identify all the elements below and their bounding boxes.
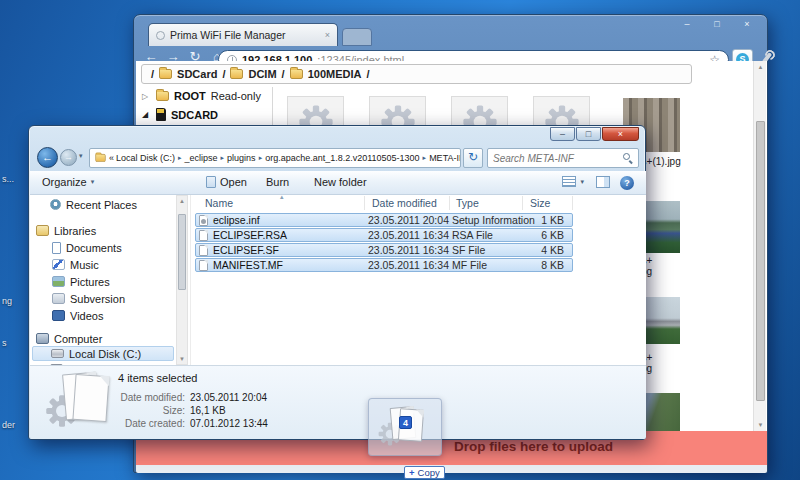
file-row-eclipse-inf[interactable]: eclipse.inf 23.05.2011 20:04 Setup Infor… bbox=[195, 213, 573, 227]
desktop-icon-label[interactable]: s... bbox=[2, 174, 14, 184]
back-button[interactable]: ← bbox=[37, 147, 58, 168]
open-button[interactable]: Open bbox=[206, 176, 247, 188]
browser-window-controls: – □ × bbox=[675, 18, 759, 32]
scrollbar-thumb[interactable] bbox=[756, 121, 765, 401]
file-row-eclipsef-sf[interactable]: ECLIPSEF.SF 23.05.2011 16:34 SF File 4 K… bbox=[195, 243, 573, 257]
address-prefix: « bbox=[109, 153, 114, 163]
sidebar-item-videos[interactable]: Videos bbox=[52, 308, 103, 323]
help-button[interactable]: ? bbox=[620, 176, 634, 190]
minimize-button[interactable]: – bbox=[550, 127, 575, 141]
sidebar-item-subversion[interactable]: Subversion bbox=[52, 291, 125, 306]
sidebar-scrollbar[interactable]: ▲ ▼ bbox=[176, 195, 188, 365]
sidebar-item-music[interactable]: Music bbox=[52, 257, 99, 272]
detail-field: Date created: 07.01.2012 13:44 bbox=[90, 418, 268, 429]
file-size: 8 KB bbox=[541, 259, 564, 271]
sidebar-item-pictures[interactable]: Pictures bbox=[52, 274, 110, 289]
detail-value: 16,1 KB bbox=[190, 405, 226, 416]
sidebar-item-documents[interactable]: Documents bbox=[52, 240, 122, 255]
breadcrumb-item-dcim[interactable]: DCIM bbox=[248, 68, 276, 80]
file-size: 4 KB bbox=[541, 244, 564, 256]
desktop-icon-label[interactable]: s bbox=[2, 338, 7, 348]
open-file-icon bbox=[206, 176, 216, 188]
column-divider[interactable] bbox=[449, 196, 450, 210]
plus-icon: + bbox=[409, 467, 415, 478]
tree-item-label: SDCARD bbox=[171, 109, 218, 121]
column-header-name[interactable]: Name bbox=[205, 197, 233, 209]
subversion-icon bbox=[52, 293, 65, 304]
expander-icon[interactable]: ◢ bbox=[142, 110, 151, 119]
chevron-right-icon[interactable]: ▸ bbox=[220, 154, 226, 162]
sidebar-item-libraries[interactable]: Libraries bbox=[36, 223, 96, 238]
organize-label: Organize bbox=[42, 176, 87, 188]
disk-drive-icon bbox=[51, 349, 64, 358]
music-icon bbox=[52, 259, 65, 270]
sidebar-item-recent-places[interactable]: Recent Places bbox=[50, 197, 137, 212]
tab-title: Prima WiFi File Manager bbox=[170, 29, 320, 41]
address-segment[interactable]: _eclipse bbox=[185, 153, 218, 163]
new-folder-button[interactable]: New folder bbox=[314, 176, 367, 188]
scroll-up-icon[interactable]: ▲ bbox=[754, 64, 767, 70]
column-header-date-modified[interactable]: Date modified bbox=[372, 197, 437, 209]
recent-pages-dropdown-icon[interactable]: ▾ bbox=[79, 152, 83, 160]
views-button[interactable]: ▾ bbox=[562, 176, 584, 187]
close-button[interactable]: × bbox=[735, 18, 759, 32]
file-date: 23.05.2011 20:04 bbox=[368, 214, 449, 226]
preview-pane-button[interactable] bbox=[596, 176, 610, 188]
column-header-type[interactable]: Type bbox=[456, 197, 479, 209]
sidebar-item-computer[interactable]: Computer bbox=[36, 331, 102, 346]
sidebar-item-label: Local Disk (C:) bbox=[69, 348, 141, 360]
drag-ghost[interactable]: 4 bbox=[368, 398, 442, 456]
column-header-size[interactable]: Size bbox=[530, 197, 550, 209]
address-segment[interactable]: META-INF bbox=[429, 153, 461, 163]
browser-tab[interactable]: Prima WiFi File Manager × bbox=[148, 23, 338, 46]
file-type: Setup Information bbox=[452, 214, 535, 226]
detail-label: Date created: bbox=[90, 418, 185, 429]
organize-button[interactable]: Organize ▾ bbox=[42, 176, 94, 188]
search-box[interactable] bbox=[487, 148, 639, 168]
burn-button[interactable]: Burn bbox=[266, 176, 289, 188]
tree-item-root[interactable]: ▷ ROOT Read-only bbox=[142, 90, 261, 102]
desktop-icon-label[interactable]: der bbox=[2, 420, 15, 430]
scroll-down-icon[interactable]: ▼ bbox=[754, 422, 767, 428]
scrollbar-thumb[interactable] bbox=[178, 214, 186, 290]
pictures-icon bbox=[52, 276, 65, 287]
file-row-manifest-mf[interactable]: MANIFEST.MF 23.05.2011 16:34 MF File 8 K… bbox=[195, 258, 573, 272]
refresh-button[interactable]: ↻ bbox=[463, 148, 483, 168]
desktop-icon-label[interactable]: ng bbox=[2, 296, 12, 306]
minimize-button[interactable]: – bbox=[675, 18, 699, 32]
scroll-up-icon[interactable]: ▲ bbox=[177, 198, 187, 204]
file-size: 1 KB bbox=[541, 214, 564, 226]
explorer-content: Recent Places Libraries Documents Music … bbox=[30, 195, 646, 365]
breadcrumb-item-100media[interactable]: 100MEDIA bbox=[308, 68, 362, 80]
sidebar-item-local-disk-c[interactable]: Local Disk (C:) bbox=[32, 346, 174, 361]
address-segment[interactable]: org.apache.ant_1.8.2.v20110505-1300 bbox=[265, 153, 419, 163]
scroll-down-icon[interactable]: ▼ bbox=[177, 356, 187, 362]
help-icon: ? bbox=[620, 176, 634, 190]
page-scrollbar[interactable]: ▲ ▼ bbox=[753, 61, 766, 431]
preview-pane-icon bbox=[596, 176, 610, 188]
file-row-eclipsef-rsa[interactable]: ECLIPSEF.RSA 23.05.2011 16:34 RSA File 6… bbox=[195, 228, 573, 242]
address-breadcrumb-bar[interactable]: « Local Disk (C:) ▸ _eclipse ▸ plugins ▸… bbox=[89, 148, 461, 168]
address-segment[interactable]: Local Disk (C:) bbox=[116, 153, 175, 163]
chevron-right-icon[interactable]: ▸ bbox=[258, 154, 264, 162]
column-divider[interactable] bbox=[364, 196, 365, 210]
maximize-button[interactable]: □ bbox=[705, 18, 729, 32]
videos-icon bbox=[52, 310, 65, 321]
new-tab-button[interactable] bbox=[342, 28, 372, 46]
column-divider[interactable] bbox=[572, 196, 573, 210]
address-segment[interactable]: plugins bbox=[227, 153, 256, 163]
close-button[interactable]: × bbox=[602, 127, 639, 141]
expander-icon[interactable]: ▷ bbox=[142, 92, 151, 101]
detail-value: 23.05.2011 20:04 bbox=[190, 392, 267, 403]
search-input[interactable] bbox=[493, 153, 619, 164]
chevron-right-icon[interactable]: ▸ bbox=[422, 154, 428, 162]
breadcrumb-item-sdcard[interactable]: SDCard bbox=[177, 68, 217, 80]
maximize-button[interactable]: □ bbox=[576, 127, 601, 141]
tab-close-icon[interactable]: × bbox=[325, 30, 330, 40]
tree-item-sdcard[interactable]: ◢ SDCARD bbox=[142, 108, 218, 121]
forward-button[interactable]: → bbox=[60, 149, 77, 166]
chevron-right-icon[interactable]: ▸ bbox=[177, 154, 183, 162]
recent-places-icon bbox=[50, 199, 61, 210]
setup-file-icon bbox=[199, 215, 208, 226]
column-divider[interactable] bbox=[522, 196, 523, 210]
